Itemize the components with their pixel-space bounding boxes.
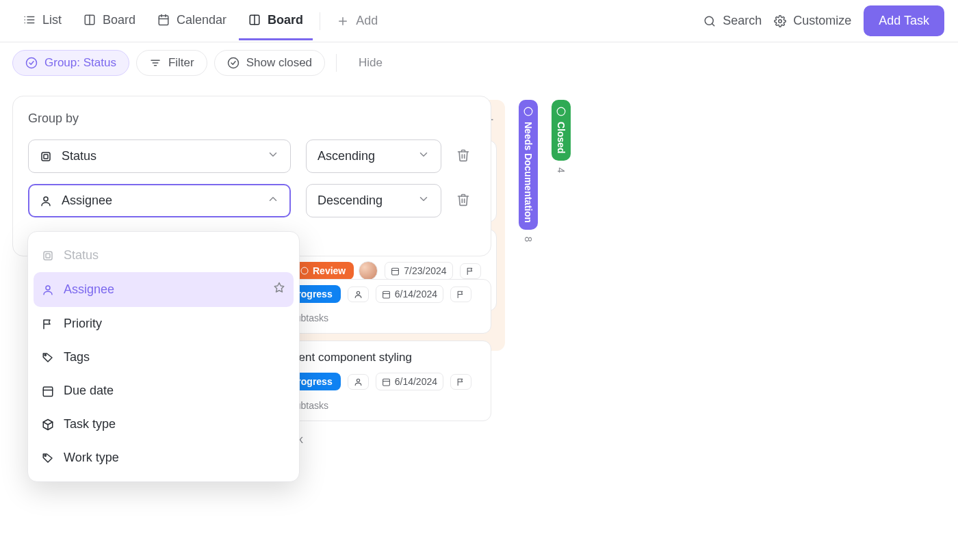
delete-group-button[interactable] — [456, 193, 470, 209]
filter-bar: Group: Status Filter Show closed Hide — [0, 42, 958, 83]
task-title: ement component styling — [283, 351, 480, 364]
subtasks-row[interactable]: 2 subtasks — [283, 400, 480, 411]
customize-label: Customize — [793, 14, 851, 28]
due-date-pill[interactable]: 6/14/2024 — [376, 285, 443, 303]
assignee-empty[interactable] — [348, 374, 369, 390]
svg-point-23 — [228, 58, 238, 68]
tag-icon — [42, 351, 54, 364]
add-view-label: Add — [356, 14, 378, 28]
filter-icon — [149, 57, 161, 69]
column-in-progress-partial: Progress 6/14/2024 2 subtasks ement comp… — [271, 279, 491, 451]
calendar-icon — [42, 385, 54, 397]
delete-group-button[interactable] — [456, 148, 470, 164]
collapsed-count: 8 — [523, 237, 534, 242]
flag-icon — [456, 290, 465, 299]
show-closed-label: Show closed — [246, 56, 312, 70]
task-card[interactable]: Progress 6/14/2024 2 subtasks — [271, 279, 491, 334]
group-field-select[interactable]: Assignee — [28, 184, 291, 217]
svg-point-53 — [44, 197, 48, 201]
plus-icon — [337, 15, 349, 27]
svg-rect-51 — [42, 152, 50, 161]
priority-pill[interactable] — [460, 263, 481, 279]
search-label: Search — [723, 14, 762, 28]
user-icon — [42, 284, 54, 296]
priority-pill[interactable] — [450, 374, 471, 390]
filter-chip[interactable]: Filter — [136, 50, 207, 76]
svg-point-36 — [301, 267, 308, 274]
task-status-badge[interactable]: Review — [292, 262, 354, 280]
svg-rect-52 — [44, 155, 48, 159]
group-chip[interactable]: Group: Status — [12, 50, 129, 76]
svg-point-57 — [44, 354, 46, 356]
svg-rect-54 — [44, 252, 52, 260]
due-date-pill[interactable]: 7/23/2024 — [385, 262, 452, 280]
task-card[interactable]: ement component styling Progress 6/14/20… — [271, 341, 491, 421]
check-circle-icon — [25, 57, 38, 69]
dropdown-option-due-date[interactable]: Due date — [34, 374, 294, 408]
svg-rect-46 — [383, 291, 389, 298]
dropdown-option-task-type[interactable]: Task type — [34, 408, 294, 441]
status-icon — [42, 250, 54, 262]
add-task-row[interactable]: d task — [271, 428, 491, 451]
view-tab-label: List — [42, 13, 62, 27]
view-tab-board-active[interactable]: Board — [239, 2, 313, 40]
list-icon — [23, 14, 36, 26]
user-icon — [40, 195, 52, 207]
dropdown-option-work-type[interactable]: Work type — [34, 441, 294, 475]
svg-rect-8 — [159, 16, 168, 25]
svg-rect-55 — [46, 254, 50, 258]
view-tab-label: Calendar — [177, 13, 226, 27]
chevron-up-icon — [267, 193, 279, 209]
panel-title: Group by — [28, 111, 476, 126]
chevron-down-icon — [267, 148, 279, 164]
gear-icon — [774, 15, 786, 27]
search-icon — [703, 15, 716, 27]
svg-point-48 — [357, 379, 359, 382]
search-button[interactable]: Search — [703, 14, 762, 28]
chevron-down-icon — [417, 148, 430, 164]
dropdown-option-assignee[interactable]: Assignee — [34, 272, 294, 307]
svg-point-18 — [779, 19, 782, 23]
user-icon — [354, 290, 363, 299]
svg-point-60 — [44, 455, 46, 456]
dropdown-option-status[interactable]: Status — [34, 239, 294, 272]
group-field-dropdown: Status Assignee Priority Tags Due date T… — [27, 231, 300, 482]
view-tab-calendar[interactable]: Calendar — [148, 2, 236, 40]
flag-icon — [456, 377, 465, 386]
dropdown-option-priority[interactable]: Priority — [34, 307, 294, 341]
collapsed-column-closed[interactable]: Closed 4 — [552, 100, 571, 172]
flag-icon — [42, 318, 54, 330]
collapsed-column-docs[interactable]: Needs Documentation 8 — [519, 100, 538, 242]
trash-icon — [456, 193, 470, 206]
group-field-select[interactable]: Status — [28, 139, 291, 173]
show-closed-chip[interactable]: Show closed — [214, 50, 325, 76]
add-task-button[interactable]: Add Task — [864, 5, 944, 36]
pin-icon[interactable] — [273, 282, 285, 297]
collapsed-pill: Closed — [552, 100, 571, 161]
status-dot-icon — [300, 267, 309, 275]
divider — [320, 12, 320, 30]
assignee-avatar[interactable] — [359, 261, 378, 280]
svg-rect-49 — [383, 379, 389, 386]
view-tab-list[interactable]: List — [14, 2, 71, 40]
customize-button[interactable]: Customize — [774, 14, 851, 28]
group-order-select[interactable]: Ascending — [306, 139, 441, 173]
cube-icon — [42, 418, 54, 431]
priority-pill[interactable] — [450, 286, 471, 302]
add-view-button[interactable]: Add — [327, 3, 387, 39]
collapsed-count: 4 — [556, 168, 567, 173]
group-chip-label: Group: Status — [44, 56, 116, 70]
dropdown-option-tags[interactable]: Tags — [34, 341, 294, 374]
subtasks-row[interactable]: 2 subtasks — [283, 312, 480, 323]
due-date-pill[interactable]: 6/14/2024 — [376, 373, 443, 390]
calendar-icon — [157, 14, 170, 26]
user-icon — [354, 377, 363, 386]
hide-button[interactable]: Hide — [359, 56, 383, 70]
svg-point-43 — [524, 107, 532, 116]
assignee-empty[interactable] — [348, 286, 369, 302]
view-tab-board-1[interactable]: Board — [74, 2, 145, 40]
svg-point-19 — [27, 58, 37, 68]
calendar-icon — [382, 290, 391, 299]
group-order-select[interactable]: Descending — [306, 184, 441, 217]
check-icon — [556, 107, 566, 116]
